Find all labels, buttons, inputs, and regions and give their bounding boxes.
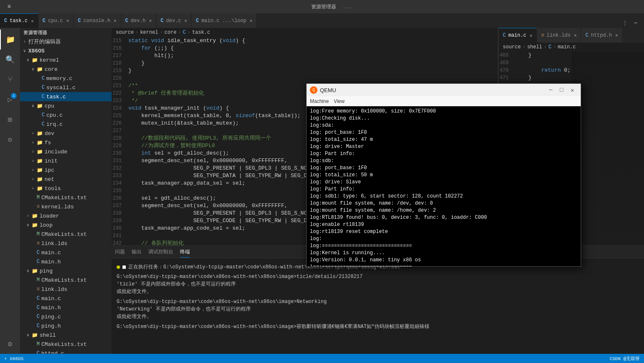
right-tab-type-icon: C	[585, 33, 588, 38]
tab-dev-h[interactable]: Cdev.h✕	[121, 13, 157, 28]
extensions-icon[interactable]: ⊞	[0, 110, 20, 130]
qemu-menu-view[interactable]: View	[334, 98, 344, 104]
sidebar-item-syscall-c[interactable]: ›Csyscall.c	[20, 83, 112, 92]
right-tab-close-button[interactable]: ✕	[615, 33, 618, 38]
sidebar-item-cpu[interactable]: ∨📁cpu	[20, 101, 112, 110]
sidebar-item-kernel-lds[interactable]: ›≡kernel.lds	[20, 202, 112, 211]
right-tab-label: main.c	[508, 33, 526, 38]
settings-icon[interactable]: ⚙	[0, 334, 20, 354]
sidebar-item-irq-c[interactable]: ›Cirq.c	[20, 120, 112, 129]
sidebar-item-CMakeLists-txt[interactable]: ›MCMakeLists.txt	[20, 340, 112, 349]
tab-close-button[interactable]: ✕	[114, 18, 117, 23]
sidebar-content[interactable]: ›打开的编辑器∨X86OS∨📁kernel∨📁core›Cmemory.c›Cs…	[20, 37, 112, 354]
qemu-console-line: log:Checking disk...	[310, 115, 577, 122]
sidebar-item-label: cpu.c	[46, 112, 62, 118]
bottom-tab-问题[interactable]: 问题	[115, 247, 125, 257]
terminal-line: 或批处理文件。	[117, 288, 639, 295]
tab-task-c[interactable]: Ctask.c✕	[0, 13, 38, 28]
tab-main-c------loop[interactable]: Cmain.c ...\loop✕	[192, 13, 257, 28]
sidebar-item-loop[interactable]: ∨📁loop	[20, 220, 112, 230]
right-tab-close-button[interactable]: ✕	[529, 33, 532, 38]
tab-type-icon: C	[78, 18, 81, 24]
sidebar-item-ping-c[interactable]: ›Cping.c	[20, 312, 112, 321]
qemu-console-line: log:Free memory: 0x100000, size: 0x7E7F0…	[310, 108, 577, 115]
sidebar-item-CMakeLists-txt[interactable]: ›MCMakeLists.txt	[20, 230, 112, 239]
qemu-maximize-button[interactable]: □	[557, 85, 567, 95]
qemu-minimize-button[interactable]: ─	[546, 85, 556, 95]
more-actions-button[interactable]: ⋯	[631, 18, 641, 28]
sidebar-item-httpd-c[interactable]: ›Chttpd.c	[20, 349, 112, 354]
bottom-tab-终端[interactable]: 终端	[180, 247, 190, 258]
tab-close-button[interactable]: ✕	[185, 18, 187, 23]
sidebar-item-label: irq.c	[46, 121, 62, 128]
sidebar-item-label: syscall.c	[46, 85, 75, 91]
tab-close-button[interactable]: ✕	[149, 18, 152, 23]
sidebar-item-dev[interactable]: ›📁dev	[20, 129, 112, 138]
terminal-content[interactable]: 正在执行任务：G:\oSystem\diy-tcpip-master\code\…	[112, 258, 644, 354]
app-menu-icon[interactable]: ≡	[3, 1, 15, 13]
sidebar-item-link-lds[interactable]: ›≡link.lds	[20, 239, 112, 248]
sidebar-item-main-c[interactable]: ›Cmain.c	[20, 294, 112, 303]
qemu-console-line: log:sdb:	[310, 158, 577, 165]
sidebar-item-label: dev	[45, 130, 54, 137]
title-bar: ≡ 资源管理器 ...	[0, 0, 644, 13]
sidebar-item-label: CMakeLists.txt	[41, 277, 87, 283]
bottom-tab-输出[interactable]: 输出	[132, 247, 142, 257]
tab-close-button[interactable]: ✕	[250, 18, 252, 23]
sidebar-item-cpu-c[interactable]: ›Ccpu.c	[20, 110, 112, 120]
tab-console-h[interactable]: Cconsole.h✕	[74, 13, 121, 28]
sidebar-root[interactable]: ∨X86OS	[20, 46, 112, 55]
right-tab-link-lds[interactable]: ≡link.lds✕	[537, 28, 581, 43]
sidebar-item-task-c[interactable]: ›Ctask.c	[20, 92, 112, 101]
sidebar-item-main-h[interactable]: ›Cmain.h	[20, 257, 112, 266]
tab-close-button[interactable]: ✕	[66, 18, 69, 23]
qemu-menu-machine[interactable]: Machine	[310, 98, 329, 104]
debug-icon[interactable]: ▷1	[0, 90, 20, 110]
split-editor-button[interactable]: ⋮	[620, 18, 630, 28]
source-control-icon[interactable]: ⑂	[0, 70, 20, 90]
right-tab-close-button[interactable]: ✕	[574, 33, 577, 38]
qemu-close-button[interactable]: ✕	[567, 85, 577, 95]
qemu-console-line: log: port_base: 1F0	[310, 165, 577, 172]
sidebar-item-ping[interactable]: ∨📁ping	[20, 266, 112, 275]
qemu-console-line: log:enable rtl8139	[310, 221, 577, 228]
bottom-tab-调试控制台[interactable]: 调试控制台	[148, 247, 173, 257]
sidebar-item-memory-c[interactable]: ›Cmemory.c	[20, 74, 112, 83]
qemu-console-line: log: Part info:	[310, 186, 577, 193]
sidebar-item-core[interactable]: ∨📁core	[20, 65, 112, 74]
sidebar-item-net[interactable]: ›📁net	[20, 175, 112, 184]
qemu-console-line: log:Version: 0.0.1, name: tiny x86 os	[310, 257, 577, 264]
sidebar-item-loader[interactable]: ›📁loader	[20, 211, 112, 220]
search-icon[interactable]: 🔍	[0, 50, 20, 70]
tab-close-button[interactable]: ✕	[31, 18, 34, 24]
explorer-icon[interactable]: 📁	[0, 30, 20, 50]
sidebar-item-init[interactable]: ›📁init	[20, 156, 112, 165]
sidebar-item-ping-h[interactable]: ›Cping.h	[20, 321, 112, 330]
qemu-window[interactable]: Q QEMU ─ □ ✕ Machine View log:Free memor…	[306, 83, 581, 267]
sidebar-item-label: CMakeLists.txt	[41, 195, 87, 201]
terminal-line: 'ticle' 不是内部或外部命令，也不是可运行的程序	[117, 280, 639, 288]
terminal-line: 或批处理文件。	[117, 313, 639, 320]
right-tab-main-c[interactable]: Cmain.c✕	[499, 28, 537, 43]
sidebar-item-main-c[interactable]: ›Cmain.c	[20, 248, 112, 257]
tab-cpu-c[interactable]: Ccpu.c✕	[38, 13, 74, 28]
sidebar-item-label: ipc	[45, 167, 54, 173]
sidebar-item-main-h[interactable]: ›Cmain.h	[20, 303, 112, 312]
sidebar-item-CMakeLists-txt[interactable]: ›MCMakeLists.txt	[20, 193, 112, 202]
sidebar-item-fs[interactable]: ›📁fs	[20, 138, 112, 147]
qemu-console-line: log:mount file system, name: /home, dev:…	[310, 207, 577, 214]
tab-dev-c[interactable]: Cdev.c✕	[156, 13, 192, 28]
remote-icon[interactable]: ⊙	[0, 130, 20, 150]
sidebar-open-editors[interactable]: ›打开的编辑器	[20, 37, 112, 46]
sidebar-item-kernel[interactable]: ∨📁kernel	[20, 55, 112, 65]
sidebar-item-CMakeLists-txt[interactable]: ›MCMakeLists.txt	[20, 275, 112, 285]
sidebar-item-shell[interactable]: ∨📁shell	[20, 330, 112, 340]
qemu-console-line: log:Kernel is running....	[310, 250, 577, 257]
right-tab-httpd-h[interactable]: Chttpd.h✕	[581, 28, 622, 43]
sidebar-item-tools[interactable]: ›📁tools	[20, 184, 112, 193]
sidebar-item-link-lds[interactable]: ›≡link.lds	[20, 285, 112, 294]
sidebar-item-ipc[interactable]: ›📁ipc	[20, 165, 112, 175]
tab-label: cpu.c	[48, 18, 63, 24]
sidebar-item-include[interactable]: ›📁include	[20, 147, 112, 156]
qemu-icon: Q	[310, 86, 317, 94]
